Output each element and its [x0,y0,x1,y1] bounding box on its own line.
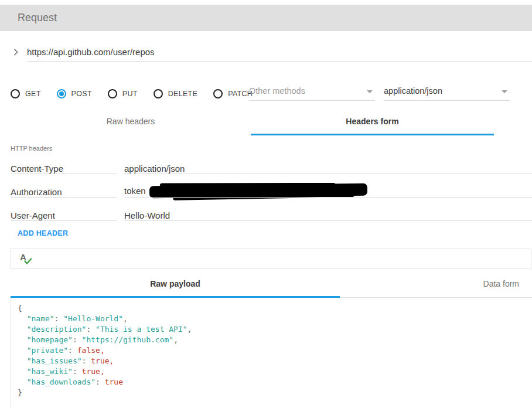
input-underline [124,220,532,221]
redaction-bar [149,183,367,199]
code-line: "description": "This is a test API", [18,324,532,335]
payload-json[interactable]: { "name": "Hello-World", "description": … [18,303,532,398]
method-radio-get[interactable]: GET [11,89,41,98]
url-row: https://api.github.com/user/repos [0,46,532,62]
header-value-input[interactable]: application/json [124,164,532,174]
header-row: Content-Typeapplication/json [0,155,532,179]
http-headers-label: HTTP headers [11,145,52,152]
radio-icon [213,89,223,98]
tab-data-form[interactable]: Data form [340,276,532,298]
code-line: "homepage": "https://github.com", [18,335,532,345]
add-header-button[interactable]: ADD HEADER [18,229,68,237]
rest-client-window: Request https://api.github.com/user/repo… [0,0,532,408]
code-line: "has_issues": true, [18,356,532,366]
content-type-value: application/json [384,86,442,96]
content-type-dropdown[interactable]: application/json [384,84,510,101]
header-value-text: token [124,186,148,196]
method-radio-label: PUT [122,90,138,98]
input-underline [11,220,117,221]
header-value-text: Hello-World [124,210,170,220]
method-radio-post[interactable]: POST [57,89,92,98]
method-radio-label: DELETE [168,90,197,98]
chevron-right-icon[interactable] [11,47,21,59]
header-row: Authorizationtoken [0,179,532,202]
radio-icon [154,89,163,98]
payload-tabs: Raw payload Data form [11,276,532,298]
method-radio-group: GETPOSTPUTDELETEPATCH [11,86,268,101]
code-line: "has_wiki": true, [18,366,532,377]
tab-raw-payload[interactable]: Raw payload [11,276,340,298]
tab-headers-form[interactable]: Headers form [251,113,494,135]
code-line: { [18,303,532,314]
header-value-input[interactable]: Hello-World [124,210,532,220]
radio-icon [11,89,20,98]
method-radio-patch[interactable]: PATCH [213,89,253,98]
radio-icon [108,89,117,98]
payload-editor[interactable]: { "name": "Hello-World", "description": … [11,298,532,408]
input-underline [124,174,532,174]
other-methods-label: Other methods [249,86,305,96]
input-underline [11,197,117,198]
header-row: User-AgentHello-World [0,202,532,226]
header-value-input[interactable]: token [124,186,532,197]
method-radio-label: POST [71,90,92,98]
request-panel-header: Request [0,5,532,31]
input-underline [11,174,117,174]
code-line: "private": false, [18,345,532,356]
method-radio-label: GET [25,90,41,98]
code-line: "name": "Hello-World", [18,314,532,324]
input-underline [124,197,532,198]
header-name-input[interactable]: User-Agent [11,210,117,220]
method-radio-delete[interactable]: DELETE [154,89,197,98]
header-name-input[interactable]: Content-Type [11,164,117,174]
headers-tabs: Raw headers Headers form [11,113,494,135]
payload-editor-toolbar: A [11,249,531,269]
url-input[interactable]: https://api.github.com/user/repos [27,46,532,62]
header-name-input[interactable]: Authorization [11,187,117,197]
panel-title: Request [18,12,57,24]
other-methods-dropdown[interactable]: Other methods [249,84,375,101]
radio-selected-icon [57,89,66,98]
dropdown-arrow-icon [367,90,373,93]
tab-raw-headers[interactable]: Raw headers [11,113,251,135]
method-radio-put[interactable]: PUT [108,89,138,98]
code-line: } [18,387,532,398]
header-value-text: application/json [124,164,185,174]
dropdown-arrow-icon [502,90,507,93]
code-line: "has_downloads": true [18,377,532,387]
spellcheck-icon[interactable]: A [20,252,33,266]
headers-form-rows: Content-Typeapplication/jsonAuthorizatio… [0,155,532,226]
